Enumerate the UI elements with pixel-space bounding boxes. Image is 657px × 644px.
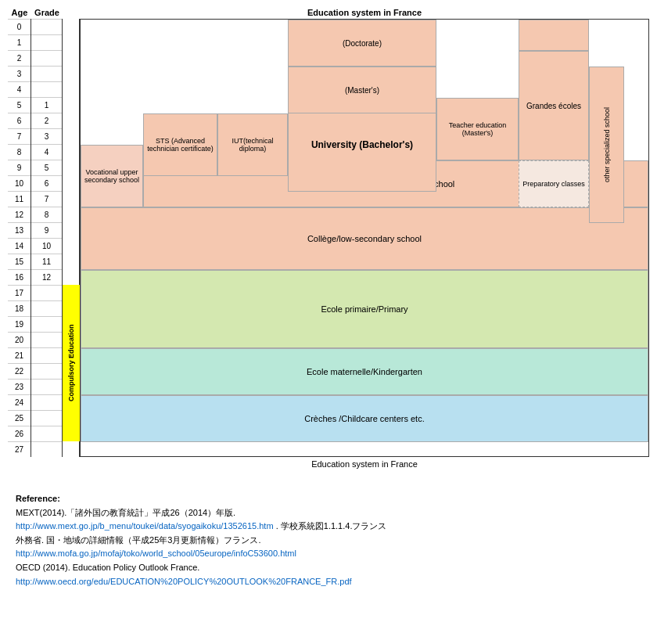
grade-column: 12 11 10 9 8 7 6 5 4 3 2 1 <box>31 19 63 457</box>
reference-line2: 外務省. 国・地域の詳細情報（平成25年3月更新情報）フランス. <box>16 534 641 548</box>
sts-section: STS (Advanced technician certificate) <box>143 113 217 176</box>
reference-link1-line: http://www.mext.go.jp/b_menu/toukei/data… <box>16 520 641 534</box>
compulsory-column: Compulsory Education <box>63 19 80 457</box>
chart-body: 27 26 25 24 23 22 21 20 19 18 17 16 15 1… <box>8 19 649 457</box>
age-column: 27 26 25 24 23 22 21 20 19 18 17 16 15 1… <box>8 19 31 457</box>
reference-link3-line: http://www.oecd.org/edu/EDUCATION%20POLI… <box>16 575 641 589</box>
bottom-axis: Education system in France <box>8 457 649 469</box>
prep-classes-section: Preparatory classes <box>519 160 589 207</box>
grade-col-header: Grade <box>31 8 63 17</box>
reference-link1[interactable]: http://www.mext.go.jp/b_menu/toukei/data… <box>16 521 274 531</box>
grandes-section: Grandes écoles <box>519 51 589 160</box>
reference-link3[interactable]: http://www.oecd.org/edu/EDUCATION%20POLI… <box>16 577 352 586</box>
primaire-section: Ecole primaire/Primary <box>81 270 648 348</box>
grandes-top-section <box>519 20 589 51</box>
compulsory-label: Compulsory Education <box>63 285 80 441</box>
reference-line1: MEXT(2014).「諸外国の教育統計」平成26（2014）年版. <box>16 506 641 520</box>
creches-section: Crèches /Childcare centers etc. <box>81 395 648 442</box>
chart-title: Education system in France <box>80 8 649 17</box>
age-col-header: Age <box>8 8 31 17</box>
iut-section: IUT(technical diploma) <box>217 113 288 176</box>
reference-link2-line: http://www.mofa.go.jp/mofaj/toko/world_s… <box>16 547 641 561</box>
other-spec-section: other specialized school <box>589 67 624 223</box>
reference-heading: Reference: <box>16 492 641 506</box>
reference-line3: OECD (2014). Education Policy Outlook Fr… <box>16 561 641 575</box>
college-section: Collège/low-secondary school <box>81 207 648 270</box>
masters-section: (Master's) <box>288 67 436 113</box>
reference-section: Reference: MEXT(2014).「諸外国の教育統計」平成26（201… <box>8 484 649 596</box>
main-content-area: Crèches /Childcare centers etc. Ecole ma… <box>80 19 649 457</box>
teacher-ed-section: Teacher education (Master's) <box>436 98 519 160</box>
bottom-title: Education system in France <box>80 457 649 469</box>
reference-link2[interactable]: http://www.mofa.go.jp/mofaj/toko/world_s… <box>16 549 296 558</box>
vocational-section: Vocational upper secondary school <box>81 145 143 207</box>
chart-container: Age Grade Education system in France 27 … <box>8 8 649 469</box>
maternelle-section: Ecole maternelle/Kindergarten <box>81 348 648 395</box>
doctorate-section: (Doctorate) <box>288 20 436 67</box>
